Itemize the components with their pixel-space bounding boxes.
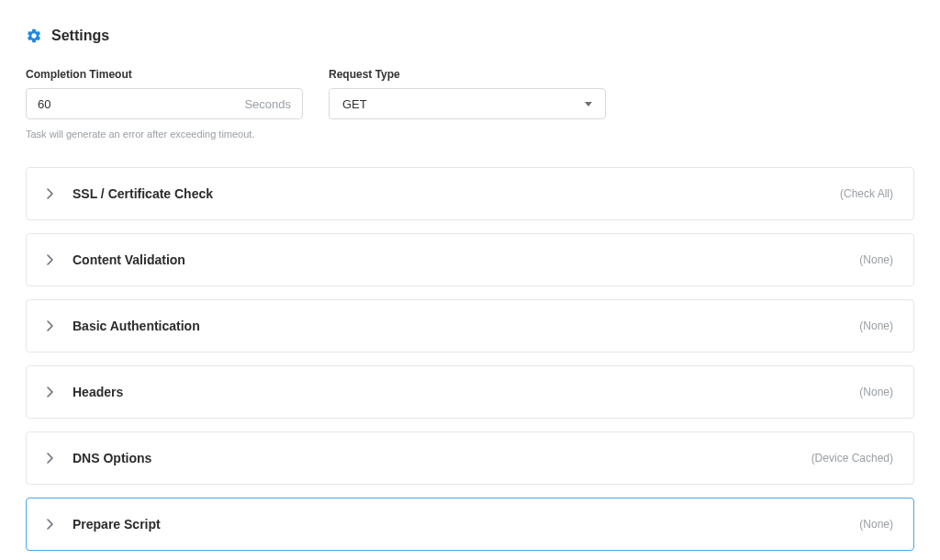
accordion-title: DNS Options bbox=[73, 451, 811, 465]
accordion-title: Content Validation bbox=[73, 252, 859, 267]
accordion-title: Headers bbox=[73, 385, 859, 399]
accordion-status: (None) bbox=[859, 518, 893, 531]
completion-timeout-suffix: Seconds bbox=[244, 97, 291, 111]
accordion-status: (None) bbox=[859, 386, 893, 398]
accordion-title: Prepare Script bbox=[73, 517, 859, 532]
accordion-item[interactable]: Basic Authentication(None) bbox=[26, 299, 914, 353]
chevron-right-icon bbox=[47, 254, 54, 265]
chevron-right-icon bbox=[47, 188, 54, 199]
accordion-status: (None) bbox=[859, 319, 893, 332]
caret-down-icon bbox=[585, 102, 592, 106]
request-type-value: GET bbox=[342, 97, 367, 111]
accordion-title: Basic Authentication bbox=[73, 319, 859, 333]
settings-header: Settings bbox=[26, 28, 914, 44]
chevron-right-icon bbox=[47, 519, 54, 530]
accordion-title: SSL / Certificate Check bbox=[73, 186, 840, 201]
accordion-list: SSL / Certificate Check(Check All)Conten… bbox=[26, 167, 914, 551]
page-title: Settings bbox=[51, 28, 109, 44]
accordion-item[interactable]: SSL / Certificate Check(Check All) bbox=[26, 167, 914, 220]
settings-panel: Settings Completion Timeout Seconds Task… bbox=[0, 0, 940, 560]
chevron-right-icon bbox=[47, 386, 54, 398]
accordion-item[interactable]: DNS Options(Device Cached) bbox=[26, 431, 914, 485]
completion-timeout-group: Completion Timeout Seconds Task will gen… bbox=[26, 68, 303, 140]
accordion-status: (None) bbox=[859, 253, 893, 266]
accordion-status: (Check All) bbox=[840, 187, 893, 200]
accordion-status: (Device Cached) bbox=[811, 452, 893, 465]
request-type-group: Request Type GET bbox=[329, 68, 606, 140]
chevron-right-icon bbox=[47, 320, 54, 331]
request-type-label: Request Type bbox=[329, 68, 606, 81]
completion-timeout-input[interactable] bbox=[38, 97, 244, 111]
accordion-item[interactable]: Content Validation(None) bbox=[26, 233, 914, 286]
request-type-select[interactable]: GET bbox=[329, 88, 606, 119]
accordion-item[interactable]: Prepare Script(None) bbox=[26, 498, 914, 551]
completion-timeout-input-wrapper[interactable]: Seconds bbox=[26, 88, 303, 119]
chevron-right-icon bbox=[47, 453, 54, 464]
accordion-item[interactable]: Headers(None) bbox=[26, 365, 914, 419]
completion-timeout-helper: Task will generate an error after exceed… bbox=[26, 129, 303, 140]
form-row: Completion Timeout Seconds Task will gen… bbox=[26, 68, 914, 140]
gear-icon bbox=[26, 28, 42, 44]
completion-timeout-label: Completion Timeout bbox=[26, 68, 303, 81]
